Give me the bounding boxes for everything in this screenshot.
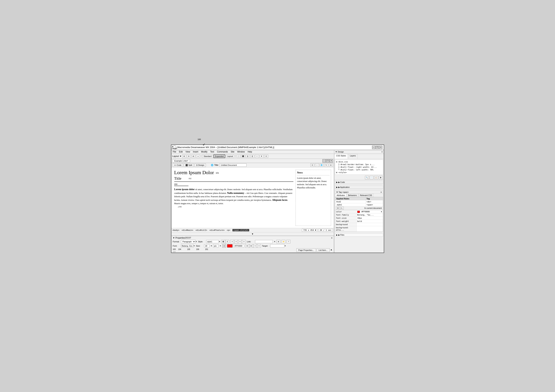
target-dropdown[interactable]: ▼ xyxy=(284,245,286,247)
expanded-button[interactable]: Expanded xyxy=(213,154,225,158)
align-right-btn[interactable]: ≡ xyxy=(238,240,242,243)
align-left-btn[interactable]: ≡ xyxy=(230,240,234,243)
ordered-list-btn[interactable]: ≡ xyxy=(257,244,261,248)
status-tag-span[interactable]: <span.style1> xyxy=(233,229,249,231)
style-dropdown-icon[interactable]: ▼ xyxy=(219,241,220,242)
tag-panel-menu[interactable]: ≡ xyxy=(381,191,382,193)
link-target-icon[interactable]: ⊕ xyxy=(277,240,280,243)
menu-window[interactable]: Window xyxy=(237,151,245,153)
draw-table-icon[interactable]: ⬜ xyxy=(237,155,241,158)
link-input[interactable] xyxy=(255,240,273,243)
tab-relevant-cs5[interactable]: Relevant CS5 xyxy=(358,194,374,197)
status-size-dropdown[interactable]: ▼ xyxy=(315,229,316,231)
menu-help[interactable]: Help xyxy=(248,151,252,153)
css-expand-icon[interactable]: ⊟ xyxy=(336,161,337,163)
media-icon-1[interactable]: ||| xyxy=(246,155,250,158)
server-icon[interactable]: ⊟ xyxy=(329,164,333,167)
css-file-name[interactable]: divs.css xyxy=(338,161,348,163)
tab-layers[interactable]: Layers xyxy=(348,154,358,159)
sort-by-icon[interactable]: ⊞ xyxy=(336,207,340,210)
design-menu-icon[interactable]: ≡ xyxy=(381,151,383,153)
link-dropdown[interactable]: ▼ xyxy=(274,241,276,242)
list-item-button[interactable]: List Item... xyxy=(317,248,330,252)
size-input[interactable] xyxy=(204,244,209,247)
menu-file[interactable]: File xyxy=(173,151,176,153)
table-icon-2[interactable]: ⊟ xyxy=(187,155,191,158)
text-color-icon[interactable]: A xyxy=(222,244,226,248)
files-panel-header[interactable]: ▶ ▶ Files xyxy=(335,233,383,236)
menu-insert[interactable]: Insert xyxy=(193,151,198,153)
css-search-icon[interactable]: 🔍 xyxy=(365,176,369,179)
doc-close-btn[interactable]: ✕ xyxy=(330,159,333,162)
doc-tab[interactable]: Example 1.htm* xyxy=(172,159,190,162)
folder-icon[interactable]: 🗁 xyxy=(191,155,195,158)
outdent-btn[interactable]: ⊟ xyxy=(245,244,249,248)
page-properties-button[interactable]: Page Properties... xyxy=(296,248,316,252)
menu-edit[interactable]: Edit xyxy=(179,151,183,153)
status-tag-divcol2[interactable]: <div#col2> xyxy=(195,229,207,231)
scroll-down-icon[interactable]: ▼ xyxy=(251,233,254,235)
bold-button[interactable]: B xyxy=(221,240,225,243)
refresh-icon[interactable]: ↻ xyxy=(324,164,328,167)
unordered-list-btn[interactable]: ≡ xyxy=(253,244,257,248)
css-style-expand[interactable]: ⊞ xyxy=(336,171,337,174)
file-mgr-icon[interactable]: ⊡ xyxy=(310,164,314,167)
scroll-up-right[interactable]: ▲ xyxy=(330,248,332,252)
rule-2-name[interactable]: .style1 xyxy=(335,203,365,206)
format-dropdown-icon[interactable]: ▼ xyxy=(196,241,197,242)
status-tag-divmain[interactable]: <div#main> xyxy=(182,229,193,231)
globe-2-icon[interactable]: 🌐 xyxy=(320,164,324,167)
css-style-label[interactable]: <style> xyxy=(338,171,347,174)
status-tag-body[interactable]: <body> xyxy=(172,229,180,231)
font-input[interactable] xyxy=(181,244,193,247)
props-menu-icon[interactable]: ≡ xyxy=(331,237,332,239)
table-icon-1[interactable]: ⊞ xyxy=(182,155,186,158)
frame-icon[interactable]: ▭ xyxy=(196,155,200,158)
style-input[interactable] xyxy=(206,240,219,243)
tab-attributes[interactable]: Attributes xyxy=(335,194,346,197)
draw-cell-icon[interactable]: ⬛ xyxy=(241,155,245,158)
title-input[interactable] xyxy=(219,164,247,167)
css-delete-icon[interactable]: 🗑 xyxy=(379,176,383,179)
menu-modify[interactable]: Modify xyxy=(201,151,207,153)
css-new-icon[interactable]: 📄 xyxy=(370,176,373,179)
design-view-btn[interactable]: ⊡ Design xyxy=(195,164,206,167)
menu-view[interactable]: View xyxy=(186,151,190,153)
css-row1-name[interactable]: ├ #row1 xyxy=(336,163,347,166)
align-justify-btn[interactable]: ≡ xyxy=(242,240,246,243)
color-hex-input[interactable] xyxy=(234,244,244,247)
target-input[interactable] xyxy=(270,244,284,247)
size-unit-dropdown[interactable]: ▼ xyxy=(219,245,221,247)
font-dropdown-icon[interactable]: ▼ xyxy=(193,245,195,247)
size-unit-input[interactable] xyxy=(213,244,219,247)
menu-site[interactable]: Site xyxy=(231,151,234,153)
status-tag-p[interactable]: <p> xyxy=(227,229,230,231)
media-icon-2[interactable]: ||| xyxy=(250,155,254,158)
up-down-icon[interactable]: ↕ xyxy=(315,164,319,167)
css-row3-name[interactable]: └ #col2 xyxy=(336,168,347,171)
doc-restore-btn[interactable]: ❐ xyxy=(326,159,329,162)
sort-az-icon[interactable]: A↓ xyxy=(340,207,344,210)
media-icon-3[interactable]: □ xyxy=(255,155,259,158)
maximize-button[interactable]: ❐ xyxy=(376,146,379,149)
indent-btn[interactable]: ⊞ xyxy=(249,244,253,248)
layout-dropdown[interactable]: ▼ xyxy=(180,155,182,158)
split-view-btn[interactable]: ⬛ Split xyxy=(184,164,194,167)
size-dropdown[interactable]: ▼ xyxy=(211,245,212,247)
color-swatch-red[interactable] xyxy=(227,244,233,247)
format-select[interactable]: Paragraph xyxy=(181,240,196,243)
menu-commands[interactable]: Commands xyxy=(217,151,228,153)
css-row2-name[interactable]: ├ #col1 xyxy=(336,166,347,168)
rule-1-name[interactable]: #col2 xyxy=(335,200,365,203)
application-panel-header[interactable]: ▶ ▶ Application xyxy=(335,186,383,189)
code-view-btn[interactable]: <> Code xyxy=(172,164,183,167)
close-button[interactable]: ✕ xyxy=(379,146,382,149)
minimize-button[interactable]: — xyxy=(372,146,375,149)
doc-minimize-btn[interactable]: — xyxy=(322,159,326,162)
italic-button[interactable]: I xyxy=(225,240,229,243)
status-tag-divfeature[interactable]: <div#feature> xyxy=(209,229,225,231)
tab-behaviors[interactable]: Behaviors xyxy=(346,194,358,197)
menu-text[interactable]: Text xyxy=(210,151,214,153)
code-panel-header[interactable]: ▶ ▶ Code xyxy=(335,181,383,184)
more-icon[interactable]: ⊡ xyxy=(264,155,268,158)
